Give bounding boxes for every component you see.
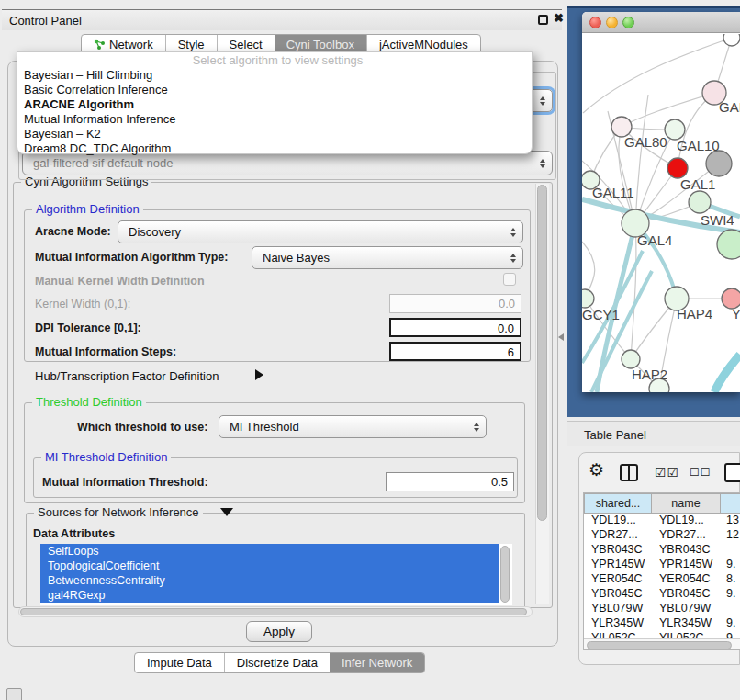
list-item-selected[interactable]: BetweennessCentrality — [40, 573, 499, 588]
cell-shared-name[interactable]: YBR043C — [591, 543, 650, 556]
table-row[interactable]: YBL079W YBL079W — [584, 602, 740, 616]
cell-shared-name[interactable]: YBR045C — [591, 587, 650, 600]
table-row[interactable]: YLR345W YLR345W 9. — [584, 616, 740, 631]
which-threshold-combo[interactable]: MI Threshold — [219, 415, 487, 438]
network-window-titlebar[interactable] — [582, 12, 740, 33]
cell-value[interactable]: 9. — [726, 631, 740, 638]
apply-button-label: Apply — [263, 625, 295, 638]
list-item-selected[interactable]: gal4RGexp — [40, 588, 499, 603]
cell-shared-name[interactable]: YER054C — [591, 572, 650, 585]
node-gal1-red[interactable] — [667, 158, 688, 178]
cell-name[interactable]: YBR045C — [659, 587, 718, 600]
cell-value[interactable]: 9. — [726, 616, 740, 629]
close-traffic-light[interactable] — [589, 17, 601, 28]
mi-threshold-field[interactable]: 0.5 — [386, 472, 514, 491]
cell-name[interactable]: YIL052C — [659, 631, 718, 638]
cell-name[interactable]: YER054C — [659, 572, 718, 585]
cell-value[interactable]: 13 — [726, 514, 740, 526]
columns-icon[interactable] — [620, 464, 638, 481]
control-panel: Control Panel ✖ Network Style Select Cyn… — [0, 0, 564, 700]
close-icon[interactable]: ✖ — [554, 11, 564, 25]
cell-name[interactable]: YBR043C — [659, 543, 718, 556]
mi-steps-field[interactable]: 6 — [389, 342, 521, 361]
dropdown-item-selected[interactable]: ARACNE Algorithm — [17, 97, 532, 112]
dropdown-item[interactable]: Mutual Information Inference — [17, 112, 532, 127]
gear-icon[interactable]: ⚙ — [589, 461, 604, 479]
dropdown-item[interactable]: Bayesian – Hill Climbing — [17, 68, 532, 83]
divider-collapse-arrow-icon[interactable] — [558, 333, 564, 341]
cell-name[interactable]: YPR145W — [659, 558, 718, 570]
algorithm-definition-title: Algorithm Definition — [32, 202, 143, 216]
cell-shared-name[interactable]: YLR345W — [591, 616, 650, 629]
cell-name[interactable]: YDR27... — [659, 528, 718, 541]
settings-vscroll-thumb[interactable] — [537, 185, 547, 521]
network-graph: GAL GAL80 GAL10 GAL1 GAL11 SWI4 GAL4 GCY… — [582, 34, 740, 392]
cell-value[interactable]: 9. — [726, 587, 740, 600]
network-desktop: GAL GAL80 GAL10 GAL1 GAL11 SWI4 GAL4 GCY… — [567, 6, 740, 417]
cell-name[interactable]: YBL079W — [659, 602, 718, 615]
list-item-selected[interactable]: SelfLoops — [40, 544, 499, 559]
column-header-label: name — [671, 497, 700, 510]
node-hap2[interactable] — [622, 350, 640, 368]
table-hscroll-thumb[interactable] — [587, 641, 732, 649]
table-horizontal-scrollbar[interactable] — [584, 638, 740, 650]
select-all-columns-icon[interactable]: ☑☑ — [655, 465, 679, 480]
table-row[interactable]: YER054C YER054C 8. — [584, 572, 740, 587]
cell-shared-name[interactable]: YBL079W — [591, 602, 650, 615]
table-row[interactable]: YBR045C YBR045C 9. — [584, 587, 740, 602]
cell-shared-name[interactable]: YDR27... — [591, 528, 650, 541]
cell-shared-name[interactable]: YIL052C — [591, 631, 650, 638]
tab-select-label: Select — [230, 38, 263, 51]
node-gcy1[interactable] — [582, 289, 594, 308]
mi-algorithm-type-combo[interactable]: Naive Bayes — [252, 246, 523, 269]
table-row[interactable]: YBR043C YBR043C — [584, 543, 740, 558]
column-header-name[interactable]: name — [652, 493, 721, 514]
manual-kernel-label: Manual Kernel Width Definition — [35, 275, 205, 288]
settings-hscroll-thumb[interactable] — [20, 608, 527, 615]
zoom-traffic-light[interactable] — [622, 17, 634, 28]
table-row[interactable]: YDL19... YDL19... 13 — [584, 514, 740, 528]
manual-kernel-checkbox[interactable] — [503, 273, 516, 286]
kernel-width-field[interactable]: 0.0 — [389, 294, 521, 313]
network-canvas[interactable]: GAL GAL80 GAL10 GAL1 GAL11 SWI4 GAL4 GCY… — [582, 34, 740, 392]
float-window-icon[interactable] — [538, 15, 548, 25]
dropdown-item[interactable]: Basic Correlation Inference — [17, 83, 532, 97]
node-green-right[interactable] — [717, 230, 740, 259]
node-label: GAL4 — [637, 232, 672, 248]
hub-expand-arrow-icon[interactable] — [255, 369, 263, 380]
cell-value[interactable]: 8. — [726, 572, 740, 585]
sources-group-title[interactable]: Sources for Network Inference — [34, 505, 203, 519]
cell-name[interactable]: YDL19... — [659, 514, 718, 526]
node-gray[interactable] — [706, 151, 732, 176]
column-header-shared-name[interactable]: shared... — [584, 493, 652, 514]
cell-name[interactable]: YLR345W — [659, 616, 718, 629]
tab-discretize-data[interactable]: Discretize Data — [224, 653, 330, 672]
node-swi4[interactable] — [689, 191, 711, 213]
list-item-selected[interactable]: TopologicalCoefficient — [40, 559, 499, 573]
cell-shared-name[interactable]: YDL19... — [591, 514, 650, 526]
combo-spinner-icon — [540, 159, 545, 168]
node-top-right[interactable] — [723, 34, 740, 46]
table-row[interactable]: YDR27... YDR27... 12 — [584, 528, 740, 543]
apply-button[interactable]: Apply — [246, 621, 312, 642]
dpi-tolerance-field[interactable]: 0.0 — [389, 318, 521, 337]
dropdown-item[interactable]: Bayesian – K2 — [17, 127, 532, 141]
tab-infer-network[interactable]: Infer Network — [330, 653, 424, 672]
minimize-traffic-light[interactable] — [606, 17, 618, 28]
list-vscroll-thumb[interactable] — [500, 546, 510, 603]
cell-value[interactable]: 12 — [726, 528, 740, 541]
new-column-icon[interactable] — [724, 463, 740, 482]
sources-collapse-arrow-icon[interactable] — [220, 508, 233, 516]
hub-section-label[interactable]: Hub/Transcription Factor Definition — [35, 369, 219, 383]
dropdown-item[interactable]: Dream8 DC_TDC Algorithm — [17, 141, 532, 156]
cell-value[interactable]: 9. — [726, 558, 740, 570]
table-row[interactable]: YIL052C YIL052C 9. — [584, 631, 740, 638]
cell-shared-name[interactable]: YPR145W — [591, 558, 650, 570]
table-row[interactable]: YPR145W YPR145W 9. — [584, 558, 740, 572]
restore-panel-icon[interactable] — [6, 688, 22, 700]
column-header-partial[interactable] — [721, 493, 740, 514]
node-gal10[interactable] — [665, 119, 685, 140]
tab-impute-data[interactable]: Impute Data — [135, 653, 224, 672]
deselect-all-columns-icon[interactable]: ☐☐ — [690, 466, 712, 479]
aracne-mode-combo[interactable]: Discovery — [118, 220, 523, 243]
